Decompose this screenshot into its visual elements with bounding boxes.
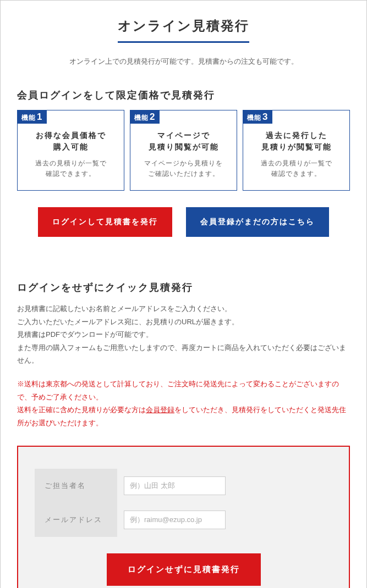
badge-label: 機能 <box>21 114 36 121</box>
feature-2: 機能2 マイページで 見積り閲覧が可能 マイページから見積りを ご確認いただけま… <box>130 110 237 191</box>
quick-quote-submit-button[interactable]: ログインせずに見積書発行 <box>107 553 261 586</box>
register-link-inline[interactable]: 会員登録 <box>146 406 174 414</box>
login-section-title: 会員ログインをして限定価格で見積発行 <box>17 88 350 102</box>
quick-quote-form: ご担当者名 メールアドレス ログインせずに見積書発行 <box>17 446 350 588</box>
email-label: メールアドレス <box>35 503 117 537</box>
quick-description: お見積書に記載したいお名前とメールアドレスをご入力ください。 ご入力いただいたメ… <box>17 302 350 367</box>
quick-section-title: ログインをせずにクイック見積発行 <box>17 281 350 294</box>
badge-num: 3 <box>262 112 268 122</box>
feature-badge-3: 機能3 <box>243 110 272 124</box>
email-input[interactable] <box>124 511 226 529</box>
feature-3: 機能3 過去に発行した 見積りが閲覧可能 過去の見積りが一覧で 確認できます。 <box>243 110 350 191</box>
register-button[interactable]: 会員登録がまだの方はこちら <box>186 207 329 237</box>
name-input[interactable] <box>124 476 226 495</box>
feature-desc-2: マイページから見積りを ご確認いただけます。 <box>136 158 231 179</box>
feature-desc-1: 過去の見積りが一覧で 確認できます。 <box>23 158 118 179</box>
feature-title-1: お得な会員価格で 購入可能 <box>23 130 118 153</box>
feature-title-3: 過去に発行した 見積りが閲覧可能 <box>249 130 344 153</box>
login-to-quote-button[interactable]: ログインして見積書を発行 <box>38 207 172 237</box>
feature-desc-3: 過去の見積りが一覧で 確認できます。 <box>249 158 344 179</box>
features-row: 機能1 お得な会員価格で 購入可能 過去の見積りが一覧で 確認できます。 機能2… <box>17 110 350 191</box>
feature-1: 機能1 お得な会員価格で 購入可能 過去の見積りが一覧で 確認できます。 <box>17 110 124 191</box>
page-title: オンライン見積発行 <box>118 17 249 43</box>
feature-badge-1: 機能1 <box>17 110 47 124</box>
page-description: オンライン上での見積発行が可能です。見積書からの注文も可能です。 <box>17 57 350 66</box>
feature-title-2: マイページで 見積り閲覧が可能 <box>136 130 231 153</box>
badge-label: 機能 <box>247 114 261 121</box>
badge-num: 2 <box>150 112 155 122</box>
shipping-notice: ※送料は東京都への発送として計算しており、ご注文時に発送先によって変わることがご… <box>17 378 350 429</box>
badge-label: 機能 <box>134 114 149 121</box>
badge-num: 1 <box>37 112 42 122</box>
feature-badge-2: 機能2 <box>130 110 160 124</box>
name-label: ご担当者名 <box>35 469 117 503</box>
